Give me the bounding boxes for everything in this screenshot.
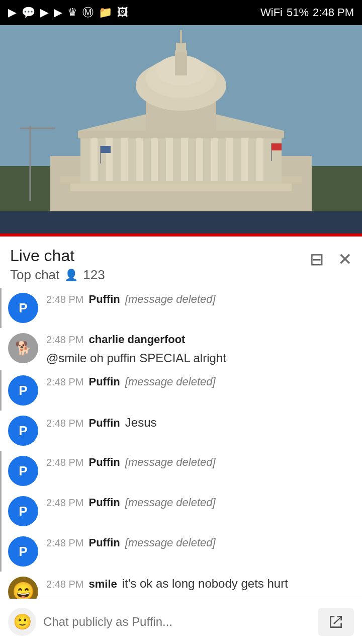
chat-message: 🐕 2:48 PM charlie dangerfoot @smile oh p… [0,328,362,370]
message-time: 2:48 PM [46,418,83,429]
svg-rect-33 [0,211,362,236]
message-author: smile [88,578,117,591]
folder-icon: 📁 [99,6,112,19]
chat-messages-list: P 2:48 PM Puffin [message deleted] 🐕 2:4… [0,283,362,617]
chat-panel: Live chat Top chat 👤 123 ⊟ ✕ P 2:48 PM P… [0,236,362,617]
image-icon: 🖼 [117,6,128,19]
message-inline: 2:48 PM Puffin [message deleted] [46,375,354,388]
svg-rect-30 [101,146,111,153]
message-text: [message deleted] [125,456,216,469]
message-time: 2:48 PM [46,334,83,346]
message-author: Puffin [88,293,120,306]
message-content: 2:48 PM Puffin [message deleted] [46,536,354,549]
message-content: 2:48 PM Puffin [message deleted] [46,456,354,469]
svg-rect-12 [181,136,188,181]
user-avatar: P [8,416,38,446]
chat-header: Live chat Top chat 👤 123 ⊟ ✕ [0,237,362,283]
chat-input-bar: 🙂 [0,599,362,644]
svg-rect-14 [211,136,218,181]
svg-rect-24 [175,50,187,75]
message-inline: 2:48 PM Puffin [message deleted] [46,536,354,549]
svg-rect-8 [121,136,128,181]
top-chat-row: Top chat 👤 123 [10,267,105,283]
chat-message: P 2:48 PM Puffin [message deleted] [0,491,362,531]
chat-message: P 2:48 PM Puffin Jesus [0,411,362,451]
m-icon: Ⓜ [82,5,94,20]
message-inline: 2:48 PM smile it's ok as long nobody get… [46,577,354,591]
message-author: Puffin [88,375,120,388]
message-time: 2:48 PM [46,294,83,305]
battery-text: 51% [287,6,309,19]
youtube2-icon: ▶ [54,6,62,19]
chat-message: P 2:48 PM Puffin [message deleted] [0,531,362,572]
message-inline: 2:48 PM Puffin Jesus [46,416,354,430]
progress-bar [0,233,362,236]
video-player[interactable] [0,25,362,236]
top-chat-label: Top chat [10,267,59,283]
svg-rect-13 [196,136,203,181]
message-time: 2:48 PM [46,457,83,468]
message-content: 2:48 PM charlie dangerfoot @smile oh puf… [46,333,354,365]
status-bar: ▶ 💬 ▶ ▶ ♛ Ⓜ 📁 🖼 WiFi 51% 2:48 PM [0,0,362,25]
message-content: 2:48 PM Puffin [message deleted] [46,375,354,388]
message-text: [message deleted] [125,536,216,549]
message-author: Puffin [88,417,120,430]
message-body: @smile oh puffin SPECIAL alright [46,351,226,365]
message-time: 2:48 PM [46,497,83,509]
message-content: 2:48 PM Puffin Jesus [46,416,354,430]
message-text: [message deleted] [125,375,216,388]
chat-header-actions: ⊟ ✕ [310,246,352,269]
svg-rect-9 [136,136,143,181]
svg-rect-10 [151,136,158,181]
crown-icon: ♛ [67,6,77,19]
chat-input[interactable] [43,608,311,636]
svg-rect-17 [256,136,263,181]
message-inline: 2:48 PM Puffin [message deleted] [46,293,354,306]
message-inline: 2:48 PM Puffin [message deleted] [46,456,354,469]
svg-rect-11 [166,136,173,181]
message-inline: 2:48 PM charlie dangerfoot @smile oh puf… [46,333,354,365]
message-author: Puffin [88,536,120,549]
message-author: Puffin [88,456,120,469]
message-content: 2:48 PM Puffin [message deleted] [46,496,354,509]
user-avatar: P [8,293,38,323]
youtube-icon: ▶ [40,6,49,19]
message-body: it's ok as long nobody gets hurt [122,577,288,591]
time-text: 2:48 PM [313,6,354,19]
message-content: 2:48 PM Puffin [message deleted] [46,293,354,306]
chat-header-left: Live chat Top chat 👤 123 [10,246,105,283]
message-time: 2:48 PM [46,579,83,590]
svg-rect-6 [90,136,98,181]
status-icons-right: WiFi 51% 2:48 PM [260,6,354,19]
filter-icon[interactable]: ⊟ [310,249,324,269]
user-avatar: P [8,496,38,526]
wifi-icon: WiFi [260,6,283,19]
svg-rect-7 [106,136,113,181]
message-time: 2:48 PM [46,376,83,388]
message-inline: 2:48 PM Puffin [message deleted] [46,496,354,509]
svg-rect-32 [272,143,282,150]
play-icon: ▶ [8,6,17,19]
send-button[interactable] [318,608,354,636]
message-body: Jesus [125,416,157,430]
message-author: Puffin [88,496,120,509]
close-icon[interactable]: ✕ [338,249,352,269]
message-author: charlie dangerfoot [88,333,185,346]
message-icon: 💬 [22,6,35,19]
emoji-button[interactable]: 🙂 [8,608,36,636]
viewers-count: 123 [83,267,105,283]
svg-rect-25 [176,43,186,52]
user-avatar: P [8,456,38,486]
live-chat-title: Live chat [10,246,105,265]
viewers-icon: 👤 [64,269,78,282]
svg-rect-15 [226,136,233,181]
message-text: [message deleted] [125,293,216,306]
message-content: 2:48 PM smile it's ok as long nobody get… [46,577,354,591]
chat-message: P 2:48 PM Puffin [message deleted] [0,370,362,411]
svg-rect-16 [241,136,248,181]
message-text: [message deleted] [125,496,216,509]
user-avatar: P [8,375,38,406]
user-avatar: 🐕 [8,333,38,363]
message-time: 2:48 PM [46,537,83,549]
chat-message: P 2:48 PM Puffin [message deleted] [0,451,362,491]
